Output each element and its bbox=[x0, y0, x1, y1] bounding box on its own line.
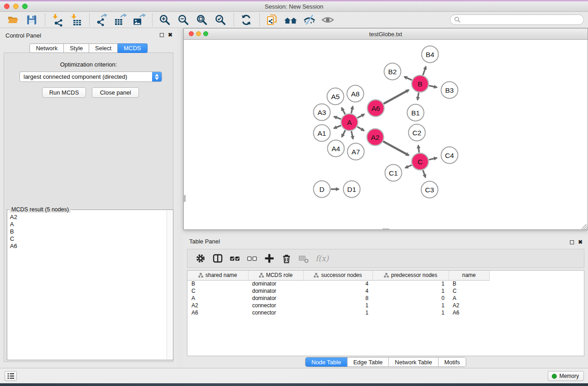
result-list-item[interactable]: A6 bbox=[10, 243, 167, 250]
graph-edge-A-A2[interactable] bbox=[357, 127, 364, 131]
hide-panel-eye-icon[interactable] bbox=[302, 13, 316, 27]
table-cell[interactable]: A6 bbox=[187, 309, 248, 316]
graph-edge-A-A7[interactable] bbox=[351, 131, 353, 139]
graph-edge-A-A8[interactable] bbox=[351, 106, 353, 114]
deselect-all-icon[interactable] bbox=[246, 253, 258, 265]
graph-edge-C-C4[interactable] bbox=[429, 158, 437, 160]
network-canvas[interactable]: AA1A2A3A4A5A6A7A8BB1B2B3B4CC1C2C3C4DD1 bbox=[184, 40, 588, 229]
tab-select[interactable]: Select bbox=[89, 43, 118, 53]
table-cell[interactable]: 1 bbox=[303, 309, 373, 316]
export-table-icon[interactable] bbox=[113, 13, 128, 27]
graph-edge-A-A6[interactable] bbox=[358, 114, 364, 118]
graph-edge-C-C3[interactable] bbox=[423, 170, 425, 177]
graph-edge-A2-C[interactable] bbox=[383, 142, 409, 156]
graph-edge-A-A1[interactable] bbox=[334, 125, 341, 128]
column-header-name[interactable]: name bbox=[449, 271, 489, 280]
task-history-button[interactable] bbox=[5, 371, 17, 381]
graph-edge-B-B2[interactable] bbox=[404, 77, 412, 80]
tab-network[interactable]: Network bbox=[29, 43, 64, 53]
result-list-item[interactable]: A2 bbox=[10, 214, 167, 221]
tab-network-table[interactable]: Network Table bbox=[389, 357, 438, 367]
delete-column-trash-icon[interactable] bbox=[280, 253, 292, 265]
graph-edge-B-B3[interactable] bbox=[429, 86, 437, 87]
float-panel-icon[interactable] bbox=[570, 240, 574, 244]
zoom-in-icon[interactable] bbox=[158, 13, 172, 27]
tab-edge-table[interactable]: Edge Table bbox=[347, 357, 389, 367]
criterion-dropdown[interactable]: largest connected component (directed) bbox=[19, 71, 162, 82]
zoom-fit-icon[interactable] bbox=[195, 13, 209, 27]
v-scroll-hint[interactable] bbox=[184, 195, 186, 202]
graph-edge-C-C1[interactable] bbox=[405, 165, 411, 168]
network-graph[interactable]: AA1A2A3A4A5A6A7A8BB1B2B3B4CC1C2C3C4DD1 bbox=[184, 40, 588, 230]
export-network-icon[interactable] bbox=[95, 13, 109, 27]
tab-style[interactable]: Style bbox=[64, 43, 89, 53]
duplicate-network-icon[interactable] bbox=[265, 13, 279, 27]
column-header-shared-name[interactable]: shared name bbox=[187, 271, 248, 280]
table-cell[interactable]: connector bbox=[248, 309, 303, 316]
table-cell[interactable]: 1 bbox=[373, 309, 449, 316]
result-list-item[interactable]: C bbox=[10, 235, 167, 243]
graph-edge-B-B1[interactable] bbox=[417, 93, 419, 100]
save-session-icon[interactable] bbox=[24, 13, 39, 27]
table-cell[interactable]: A6 bbox=[449, 309, 489, 316]
table-cell[interactable]: 1 bbox=[373, 302, 449, 309]
home-layout-icon[interactable] bbox=[283, 13, 298, 27]
import-table-icon[interactable] bbox=[69, 13, 83, 27]
table-row[interactable]: Cdominator41C bbox=[187, 287, 584, 295]
close-panel-button[interactable]: Close panel bbox=[92, 87, 139, 98]
show-panel-eye-icon[interactable] bbox=[320, 13, 335, 27]
column-header-successor-nodes[interactable]: successor nodes bbox=[303, 271, 373, 280]
close-panel-icon[interactable]: ✖ bbox=[168, 33, 172, 37]
zoom-selected-icon[interactable] bbox=[213, 13, 228, 27]
tab-node-table[interactable]: Node Table bbox=[306, 357, 348, 367]
graph-edge-B-B4[interactable] bbox=[423, 67, 425, 75]
table-cell[interactable]: B bbox=[187, 280, 248, 287]
column-header-mcds-role[interactable]: MCDS role bbox=[248, 271, 303, 280]
table-cell[interactable]: C bbox=[449, 287, 489, 295]
column-visibility-icon[interactable] bbox=[211, 253, 224, 265]
network-window-titlebar[interactable]: testGlobe.txt bbox=[184, 29, 588, 40]
table-cell[interactable]: 0 bbox=[373, 295, 449, 302]
export-image-icon[interactable] bbox=[132, 13, 146, 27]
table-cell[interactable]: A2 bbox=[187, 302, 248, 309]
refresh-icon[interactable] bbox=[239, 13, 253, 27]
result-list-item[interactable]: A bbox=[10, 221, 167, 228]
close-panel-icon[interactable]: ✖ bbox=[578, 240, 583, 244]
run-mcds-button[interactable]: Run MCDS bbox=[42, 87, 86, 98]
graph-edge-A-A5[interactable] bbox=[342, 108, 345, 114]
table-cell[interactable]: A bbox=[187, 295, 248, 302]
add-column-icon[interactable] bbox=[263, 253, 275, 265]
table-row[interactable]: A6connector11A6 bbox=[187, 309, 584, 316]
table-row[interactable]: Bdominator41B bbox=[187, 280, 584, 287]
table-cell[interactable]: C bbox=[187, 287, 248, 295]
table-cell[interactable]: 4 bbox=[303, 280, 373, 287]
table-cell[interactable]: dominator bbox=[248, 287, 303, 295]
open-file-icon[interactable] bbox=[6, 13, 20, 27]
result-list-item[interactable]: B bbox=[10, 228, 167, 235]
search-input[interactable] bbox=[461, 15, 583, 24]
table-cell[interactable]: 1 bbox=[373, 280, 449, 287]
graph-edge-A-A4[interactable] bbox=[342, 130, 345, 137]
memory-button[interactable]: Memory bbox=[548, 371, 584, 381]
result-scrollbar[interactable] bbox=[167, 210, 172, 359]
table-cell[interactable]: 1 bbox=[373, 287, 449, 295]
table-cell[interactable]: 4 bbox=[303, 287, 373, 295]
node-table-grid[interactable]: shared nameMCDS rolesuccessor nodesprede… bbox=[187, 271, 584, 316]
table-cell[interactable]: connector bbox=[248, 302, 303, 309]
table-cell[interactable]: A2 bbox=[449, 302, 489, 309]
import-network-icon[interactable] bbox=[50, 13, 65, 27]
table-cell[interactable]: 1 bbox=[303, 302, 373, 309]
graph-edge-A-A3[interactable] bbox=[334, 117, 341, 119]
graph-edge-C-C2[interactable] bbox=[418, 145, 419, 152]
table-cell[interactable]: 8 bbox=[303, 295, 373, 302]
column-header-predecessor-nodes[interactable]: predecessor nodes bbox=[373, 271, 449, 280]
select-all-icon[interactable] bbox=[229, 253, 241, 265]
mcds-result-list[interactable]: A2ABCA6 bbox=[8, 210, 167, 359]
tab-motifs[interactable]: Motifs bbox=[438, 357, 466, 367]
table-cell[interactable]: dominator bbox=[248, 295, 303, 302]
table-cell[interactable]: dominator bbox=[248, 280, 303, 287]
table-cell[interactable]: B bbox=[449, 280, 489, 287]
search-field[interactable] bbox=[450, 14, 584, 25]
zoom-out-icon[interactable] bbox=[176, 13, 191, 27]
resize-grip-icon[interactable] bbox=[582, 224, 588, 230]
